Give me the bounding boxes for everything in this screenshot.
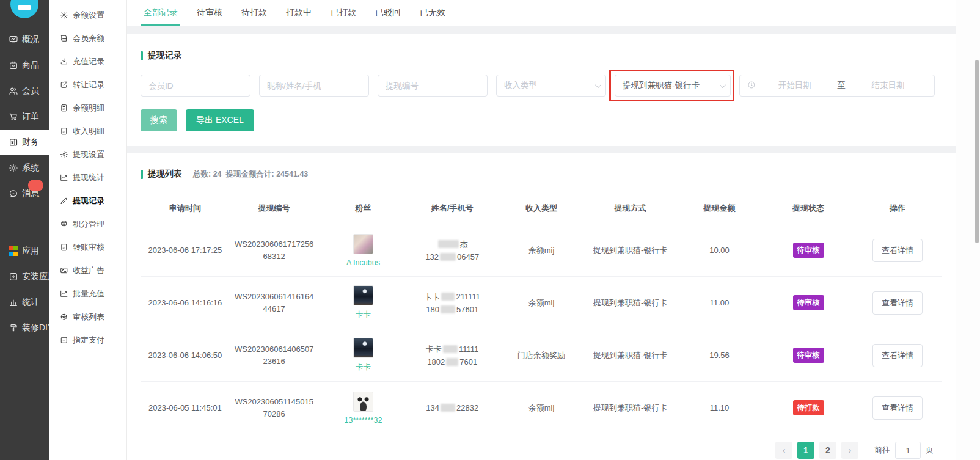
sidebar-item-finance[interactable]: 财务 xyxy=(0,130,49,155)
menu-item-label: 收益广告 xyxy=(73,265,104,276)
avatar xyxy=(353,392,373,412)
goods-icon xyxy=(8,60,18,71)
apps-grid-icon xyxy=(8,246,18,257)
withdraw-no-input[interactable] xyxy=(378,75,488,97)
menu-item-transfer-audit[interactable]: 转账审核 xyxy=(49,236,126,259)
system-gear-icon xyxy=(8,163,18,173)
sidebar-item-stats[interactable]: 统计 xyxy=(0,290,49,315)
page-scrollbar-area xyxy=(956,0,980,460)
menu-item-member-balance[interactable]: 会员余额 xyxy=(49,27,126,50)
menu-item-assigned-pay[interactable]: 指定支付 xyxy=(49,329,126,352)
menu-item-label: 会员余额 xyxy=(73,33,104,44)
view-details-button[interactable]: 查看详情 xyxy=(872,396,923,420)
prev-page-button[interactable]: ‹ xyxy=(775,442,792,459)
tab-pending[interactable]: 待审核 xyxy=(197,0,222,26)
withdraw-amount: 11.10 xyxy=(675,403,764,412)
withdraw-method-select[interactable]: 提现到兼职猫-银行卡 xyxy=(615,75,731,97)
menu-item-withdraw-stats[interactable]: 提现统计 xyxy=(49,166,126,189)
sidebar-item-system[interactable]: 系统 xyxy=(0,155,49,181)
next-page-button[interactable]: › xyxy=(841,442,858,459)
menu-item-label: 指定支付 xyxy=(73,335,104,346)
withdraw-order-no: WS20230606171725668312 xyxy=(230,238,319,263)
menu-item-transfer-records[interactable]: 转让记录 xyxy=(49,73,126,97)
menu-item-batch-recharge[interactable]: 批量充值 xyxy=(49,282,126,305)
sidebar-item-overview[interactable]: 概况 xyxy=(0,27,49,53)
fan-name-link[interactable]: 13*******32 xyxy=(323,416,404,425)
blurred-text xyxy=(443,345,458,353)
list-panel: 提现列表 总数: 24 提现金额合计: 24541.43 申请时间提现编号粉丝姓… xyxy=(127,153,956,460)
page-button-2[interactable]: 2 xyxy=(819,442,836,459)
tab-paying[interactable]: 打款中 xyxy=(286,0,312,26)
menu-item-recharge-records[interactable]: 充值记录 xyxy=(49,50,126,73)
blurred-text xyxy=(441,293,455,301)
menu-item-audit-list[interactable]: 审核列表 xyxy=(49,305,126,329)
menu-item-balance-details[interactable]: 余额明细 xyxy=(49,97,126,120)
export-excel-button[interactable]: 导出 EXCEL xyxy=(186,109,254,131)
menu-item-points-manage[interactable]: 积分管理 xyxy=(49,213,126,236)
table-row: 2023-06-06 17:17:25WS2023060617172566831… xyxy=(141,224,942,276)
sidebar-item-apps[interactable]: 应用 xyxy=(0,238,49,264)
view-details-button[interactable]: 查看详情 xyxy=(872,344,923,367)
list-title-text: 提现列表 xyxy=(148,169,182,180)
menu-item-withdraw-records[interactable]: 提现记录 xyxy=(49,189,126,213)
filter-buttons: 搜索 导出 EXCEL xyxy=(141,109,942,131)
apply-time: 2023-06-06 14:06:50 xyxy=(141,351,230,360)
menu-item-withdraw-settings[interactable]: 提现设置 xyxy=(49,143,126,166)
fan-name-link[interactable]: A Incubus xyxy=(323,258,404,267)
end-date-placeholder: 结束日期 xyxy=(849,80,927,91)
goto-page-input[interactable] xyxy=(895,442,921,459)
status-cell: 待打款 xyxy=(764,400,853,415)
date-range-picker[interactable]: 开始日期至结束日期 xyxy=(739,75,935,97)
status-badge: 待审核 xyxy=(793,295,825,310)
blurred-text xyxy=(438,240,459,248)
sidebar-item-label: 系统 xyxy=(22,162,39,173)
page-unit-label: 页 xyxy=(926,445,934,456)
sidebar-item-install-apps[interactable]: 安装应用 xyxy=(0,264,49,290)
fan-name-link[interactable]: 卡卡 xyxy=(323,362,404,373)
sidebar-item-messages[interactable]: 消息... xyxy=(0,181,49,206)
fan-name-link[interactable]: 卡卡 xyxy=(323,310,404,320)
sidebar-item-goods[interactable]: 商品 xyxy=(0,53,49,78)
member-id-input[interactable] xyxy=(141,75,250,97)
book-icon xyxy=(59,34,68,43)
view-details-button[interactable]: 查看详情 xyxy=(872,291,923,315)
menu-item-label: 提现统计 xyxy=(73,172,104,183)
menu-item-income-ads[interactable]: 收益广告 xyxy=(49,259,126,282)
view-details-button[interactable]: 查看详情 xyxy=(872,239,923,262)
app-logo[interactable] xyxy=(10,0,38,18)
tab-paid[interactable]: 已打款 xyxy=(331,0,356,26)
search-button[interactable]: 搜索 xyxy=(141,109,177,131)
withdraw-amount: 19.56 xyxy=(675,351,764,360)
tab-invalid[interactable]: 已无效 xyxy=(420,0,445,26)
annotation-highlight-box: 提现到兼职猫-银行卡 xyxy=(615,75,731,97)
fan-cell: 13*******32 xyxy=(319,392,408,425)
filter-row: 收入类型提现到兼职猫-银行卡开始日期至结束日期 xyxy=(141,75,942,97)
menu-item-balance-settings[interactable]: 余额设置 xyxy=(49,4,126,27)
income-type-select[interactable]: 收入类型 xyxy=(496,75,606,97)
scrollbar-thumb[interactable] xyxy=(975,60,979,243)
column-header: 姓名/手机号 xyxy=(408,203,497,214)
sidebar-item-label: 装修DIY xyxy=(22,323,49,334)
page-button-1[interactable]: 1 xyxy=(797,442,814,459)
sidebar-item-members[interactable]: 会员 xyxy=(0,78,49,104)
menu-item-income-details[interactable]: 收入明细 xyxy=(49,120,126,143)
income-type: 余额mij xyxy=(497,245,586,256)
tab-all[interactable]: 全部记录 xyxy=(144,0,178,26)
column-header: 收入类型 xyxy=(497,203,586,214)
sidebar-item-diy[interactable]: 装修DIY xyxy=(0,315,49,341)
tab-rejected[interactable]: 已驳回 xyxy=(375,0,401,26)
withdraw-order-no: WS20230606141616444617 xyxy=(230,291,319,315)
apply-time: 2023-06-05 11:45:01 xyxy=(141,403,230,412)
tab-to-pay[interactable]: 待打款 xyxy=(241,0,267,26)
list-stats: 总数: 24 提现金额合计: 24541.43 xyxy=(193,169,308,180)
status-cell: 待审核 xyxy=(764,295,853,310)
sum-value: 24541.43 xyxy=(276,170,308,178)
table-row: 2023-06-05 11:45:01WS2023060511450157028… xyxy=(141,381,942,434)
table-row: 2023-06-06 14:16:16WS2023060614161644461… xyxy=(141,276,942,329)
chevron-down-icon xyxy=(720,82,726,88)
gear-icon xyxy=(59,11,68,20)
nickname-input[interactable] xyxy=(259,75,369,97)
status-badge: 待打款 xyxy=(793,400,825,415)
sidebar-item-orders[interactable]: 订单 xyxy=(0,104,49,130)
green-title-bar xyxy=(141,51,143,60)
